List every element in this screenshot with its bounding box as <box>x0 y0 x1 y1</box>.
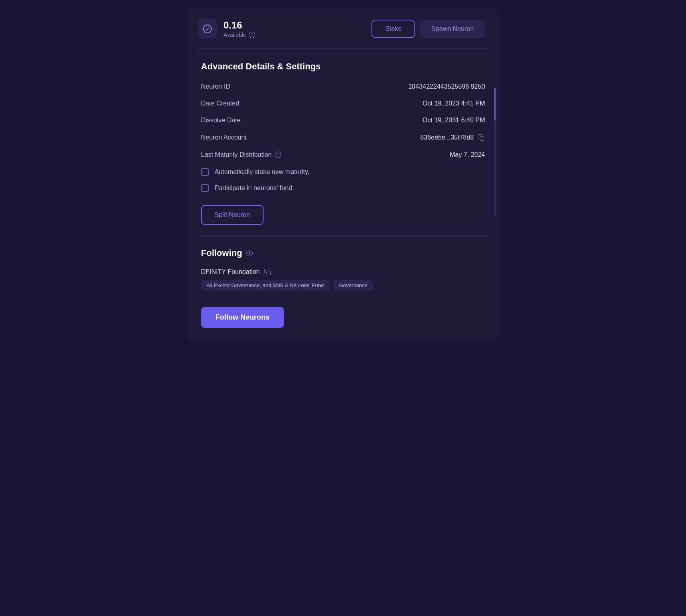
balance-amount: 0.16 <box>223 20 255 31</box>
balance-label: Available i <box>223 32 255 38</box>
neuron-icon <box>198 19 217 38</box>
auto-stake-row: Automatically stake new maturity. <box>201 168 485 176</box>
balance-area: 0.16 Available i <box>198 19 255 38</box>
copy-entity-icon[interactable] <box>264 268 272 276</box>
neurons-fund-row: Participate in neurons' fund. <box>201 184 485 192</box>
svg-point-0 <box>203 25 211 33</box>
tag-0: All Except Governance, and SNS & Neurons… <box>201 280 329 291</box>
entity-tags: All Except Governance, and SNS & Neurons… <box>201 280 485 291</box>
tag-1: Governance <box>333 280 373 291</box>
svg-rect-1 <box>480 137 484 141</box>
date-created-row: Date Created Oct 19, 2023 4:41 PM <box>201 100 485 107</box>
last-maturity-value: May 7, 2024 <box>450 151 485 158</box>
maturity-info-icon[interactable]: i <box>275 152 281 158</box>
entity-name: DFINITY Foundation <box>201 268 485 276</box>
bottom-divider <box>198 341 488 341</box>
dissolve-date-label: Dissolve Date <box>201 117 241 124</box>
following-title: Following i <box>201 248 485 258</box>
following-section: Following i DFINITY Foundation All Excep… <box>187 237 499 341</box>
neuron-account-value: 836eebe...35f78d8 <box>420 134 485 142</box>
advanced-section: Advanced Details & Settings Neuron ID 10… <box>187 49 499 236</box>
svg-rect-2 <box>267 271 271 275</box>
action-buttons: Stake Spawn Neuron <box>371 20 485 38</box>
balance-info: 0.16 Available i <box>223 20 255 38</box>
dissolve-date-value: Oct 19, 2031 6:40 PM <box>422 117 485 124</box>
last-maturity-label: Last Maturity Distribution i <box>201 151 281 158</box>
spawn-button[interactable]: Spawn Neuron <box>420 20 485 38</box>
copy-account-icon[interactable] <box>477 134 485 142</box>
neuron-id-label: Neuron ID <box>201 83 230 90</box>
available-info-icon[interactable]: i <box>249 32 255 38</box>
neuron-account-label: Neuron Account <box>201 134 247 141</box>
stake-button[interactable]: Stake <box>371 20 415 38</box>
split-neuron-button[interactable]: Split Neuron <box>201 205 264 225</box>
auto-stake-checkbox[interactable] <box>201 168 209 176</box>
following-entity: DFINITY Foundation All Except Governance… <box>201 268 485 291</box>
neurons-fund-label: Participate in neurons' fund. <box>215 184 294 192</box>
date-created-value: Oct 19, 2023 4:41 PM <box>422 100 485 107</box>
follow-neurons-button[interactable]: Follow Neurons <box>201 307 284 328</box>
neuron-id-row: Neuron ID 10434222443525596 9250 <box>201 83 485 90</box>
last-maturity-row: Last Maturity Distribution i May 7, 2024 <box>201 151 485 158</box>
neuron-id-value: 10434222443525596 9250 <box>408 83 485 90</box>
scrollbar-thumb[interactable] <box>494 88 496 120</box>
following-info-icon[interactable]: i <box>246 250 253 256</box>
neuron-card: 0.16 Available i Stake Spawn Neuron Adva… <box>187 8 499 341</box>
scrollbar[interactable] <box>494 88 496 217</box>
top-section: 0.16 Available i Stake Spawn Neuron <box>187 8 499 48</box>
neuron-account-row: Neuron Account 836eebe...35f78d8 <box>201 134 485 142</box>
dissolve-date-row: Dissolve Date Oct 19, 2031 6:40 PM <box>201 117 485 124</box>
advanced-title: Advanced Details & Settings <box>201 61 485 72</box>
auto-stake-label: Automatically stake new maturity. <box>215 168 309 176</box>
neurons-fund-checkbox[interactable] <box>201 184 209 192</box>
date-created-label: Date Created <box>201 100 239 107</box>
